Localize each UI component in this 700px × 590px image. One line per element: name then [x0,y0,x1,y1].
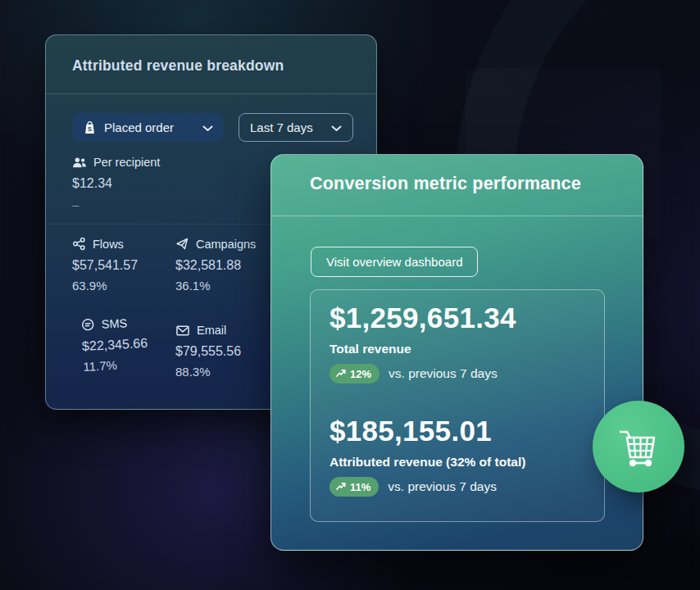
people-icon [72,157,87,169]
channel-stat-flows: Flows $57,541.57 63.9% [72,237,138,293]
comparison-text: vs. previous 7 days [388,479,497,494]
change-percent: 12% [350,368,371,380]
metric-value: $185,155.01 [330,415,525,447]
campaigns-icon [175,237,189,251]
shopping-cart-badge [593,401,684,492]
channel-value: $22,345.66 [82,336,148,354]
channel-value: $57,541.57 [72,258,138,273]
per-recipient-secondary: – [72,197,160,211]
date-range-dropdown[interactable]: Last 7 days [239,113,353,142]
filter-controls: S Placed order Last 7 days [72,113,353,142]
channel-label: Campaigns [196,238,256,251]
flows-icon [72,237,86,251]
channel-stat-sms: SMS $22,345.66 11.7% [80,315,149,374]
chevron-down-icon [331,120,342,134]
channel-percent: 63.9% [72,279,138,293]
channel-label: SMS [101,316,127,331]
date-range-label: Last 7 days [250,120,313,134]
channel-label: Email [197,324,226,337]
channel-value: $32,581.88 [175,258,256,273]
channel-label: Flows [93,238,124,251]
email-icon [175,324,190,337]
channel-percent: 88.3% [175,365,241,379]
divider [46,93,376,94]
attributed-revenue-metric: $185,155.01 Attributed revenue (32% of t… [330,415,525,497]
trending-up-icon [336,481,346,493]
channel-stat-campaigns: Campaigns $32,581.88 36.1% [175,237,256,293]
metric-filter-label: Placed order [104,120,174,134]
per-recipient-label: Per recipient [93,156,160,169]
sms-icon [80,317,95,332]
shopify-bag-icon: S [83,120,97,135]
per-recipient-value: $12.34 [72,176,160,191]
conversion-performance-card: Conversion metric performance Visit over… [270,154,643,551]
metrics-panel: $1,259,651.34 Total revenue 12% vs. prev… [310,289,605,522]
change-percent: 11% [350,481,370,493]
channel-percent: 11.7% [83,356,149,374]
trending-up-icon [336,368,346,380]
per-recipient-stat: Per recipient $12.34 – [72,156,160,211]
change-badge: 11% [330,477,379,497]
chevron-down-icon [202,120,213,134]
card-title: Conversion metric performance [310,174,581,194]
change-badge: 12% [330,364,380,384]
marketing-graphic: Attributed revenue breakdown S Placed or… [0,0,700,590]
card-title: Attributed revenue breakdown [72,57,284,75]
visit-overview-dashboard-button[interactable]: Visit overview dashboard [311,247,478,277]
comparison-text: vs. previous 7 days [389,366,498,381]
channel-stat-email: Email $79,555.56 88.3% [175,324,241,379]
shopping-cart-icon [613,421,664,472]
channel-percent: 36.1% [175,279,256,293]
channel-value: $79,555.56 [175,344,241,359]
metric-label: Attributed revenue (32% of total) [330,455,525,470]
metric-label: Total revenue [330,342,516,356]
total-revenue-metric: $1,259,651.34 Total revenue 12% vs. prev… [330,302,516,384]
metric-filter-dropdown[interactable]: S Placed order [72,113,224,142]
metric-value: $1,259,651.34 [330,302,516,334]
divider [271,216,643,216]
svg-text:S: S [88,125,92,132]
